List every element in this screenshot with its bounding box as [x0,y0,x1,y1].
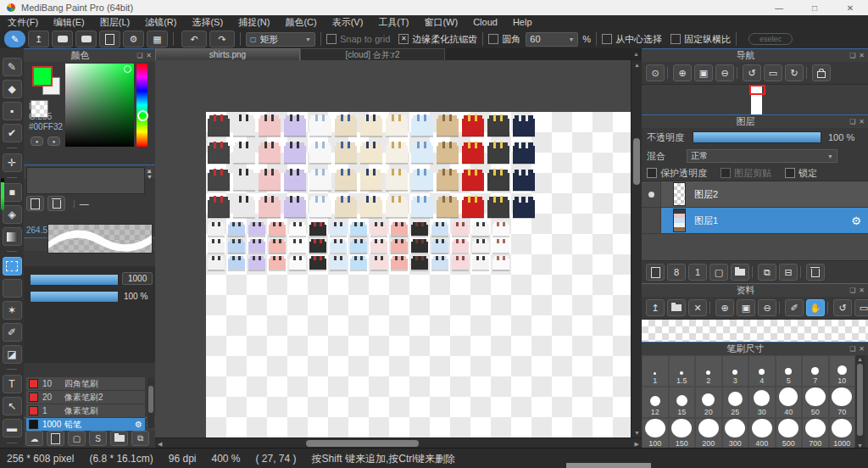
nav-zoom-in-button[interactable]: ⊕ [673,64,692,81]
transparent-color-swatch[interactable] [31,100,48,118]
brush-size-300[interactable]: 300 [722,418,749,449]
brush-list-scrollbar[interactable] [147,377,154,428]
canvas-viewport[interactable] [155,60,632,437]
canvas-grid-button[interactable]: ▦ [147,31,168,47]
brush-size-100[interactable]: 100 [642,418,669,449]
cloud-brush-button[interactable]: ✎ [4,31,25,47]
palette-new-button[interactable] [26,196,44,211]
brush-tool[interactable]: ✎ [3,58,22,76]
eselec-button[interactable]: eselec [748,33,793,45]
brush-size-20[interactable]: 20 [695,387,722,418]
layer-row-图层2[interactable]: 图层2 [642,181,868,208]
gradient-tool[interactable] [3,227,22,246]
round-corner-checkbox[interactable] [488,34,498,44]
hue-bar[interactable] [136,64,147,147]
brush-size-slider[interactable] [30,274,119,286]
scroll-thumb[interactable] [633,138,640,185]
layer-new-1bit-button[interactable]: 1 [688,264,707,281]
brush-item-1[interactable]: 20像素笔刷2 [26,391,145,404]
brush-size-1000[interactable]: 1000 [829,418,856,449]
menu-item-9[interactable]: 窗口(W) [416,15,465,30]
brush-size-2[interactable]: 2 [695,355,722,387]
brush-item-3[interactable]: 1000铅笔⚙ [26,418,145,432]
antialias-checkbox[interactable]: ✕ [398,34,409,44]
color-wheel-toggle[interactable]: ● [31,136,43,146]
move-tool[interactable]: ✛ [3,153,22,172]
brush-size-700[interactable]: 700 [802,418,829,449]
menu-item-11[interactable]: Help [505,15,540,30]
material-zoom-out-button[interactable]: ⊖ [758,299,776,316]
saturation-value-picker[interactable] [65,64,134,147]
brush-size-200[interactable]: 200 [695,418,722,449]
layer-duplicate-button[interactable]: ⧉ [758,264,776,281]
brush-size-150[interactable]: 150 [669,418,696,449]
scroll-up-icon[interactable]: ▲ [857,356,863,362]
nav-rotate-left-button[interactable]: ↺ [743,64,761,81]
brush-size-10[interactable]: 10 [829,355,856,387]
snap-to-grid-checkbox[interactable] [326,34,337,44]
layer-visibility-toggle[interactable] [642,181,661,207]
scroll-down-icon[interactable]: ▼ [634,430,640,436]
brush-size-7[interactable]: 7 [802,355,829,387]
nav-fit-button[interactable]: ▣ [694,64,713,81]
popout-icon[interactable]: ❏ [849,287,855,294]
popout-icon[interactable]: ❏ [136,52,142,59]
select-square-tool[interactable]: ■ [3,183,22,202]
select-pen-tool[interactable]: ✐ [3,323,22,342]
palette-line-swatch[interactable]: — [80,198,89,209]
nav-zoom-out-button[interactable]: ⊖ [715,64,734,81]
material-folder-button[interactable] [667,299,686,316]
scroll-thumb[interactable] [857,364,863,436]
popout-icon[interactable]: ❏ [849,345,855,353]
menu-item-2[interactable]: 图层(L) [92,15,137,30]
maximize-button[interactable]: □ [797,0,832,15]
material-pen-button[interactable]: ✐ [785,299,804,316]
eraser-tool[interactable]: ◆ [3,80,22,98]
brush-size-3[interactable]: 3 [722,355,749,387]
scroll-up-icon[interactable]: ▲ [147,168,153,174]
color-bar-toggle[interactable]: ● [47,136,60,146]
tab-cloud-merge[interactable]: [cloud] 合并:r2 [300,48,445,61]
layer-new-button[interactable] [646,264,665,281]
from-center-checkbox[interactable] [602,34,612,44]
clipping-checkbox[interactable] [721,168,731,178]
scroll-thumb[interactable] [306,440,419,447]
menu-item-1[interactable]: 编辑(E) [46,15,92,30]
layer-folder-button[interactable] [731,264,749,281]
foreground-color-strip[interactable] [1,178,4,210]
brush-item-2[interactable]: 1像素笔刷 [26,404,145,418]
nav-reset-rotation-button[interactable]: ▭ [764,64,782,81]
brush-size-15[interactable]: 15 [669,387,696,418]
menu-item-10[interactable]: Cloud [465,15,505,30]
undo-button[interactable]: ↶ [181,31,207,47]
hue-cursor[interactable] [137,110,148,121]
scroll-down-icon[interactable]: ▼ [147,174,153,180]
minimize-button[interactable]: — [761,0,797,15]
layer-visibility-toggle[interactable] [642,208,661,233]
blend-dropdown[interactable]: 正常 ▼ [687,149,837,163]
tab-scroll-up-icon[interactable]: ▲ [633,51,639,57]
palette-scroll[interactable]: ▲ ▼ [146,168,153,180]
bucket-tool[interactable]: ◈ [3,205,22,224]
nav-rotate-right-button[interactable]: ↻ [785,64,804,81]
material-upload-button[interactable]: ↥ [646,299,665,316]
palette-list[interactable]: ▲ ▼ [26,167,145,194]
layer-row-图层1[interactable]: 图层1⚙ [642,208,868,234]
gear-icon[interactable]: ⚙ [851,214,861,227]
sprite-sheet[interactable] [206,112,547,273]
layer-new-8bit-button[interactable]: 8 [667,264,686,281]
scroll-thumb[interactable] [148,386,153,413]
material-close-button[interactable]: ✕ [688,299,707,316]
material-hand-button[interactable]: ✋ [806,299,825,316]
foreground-color-swatch[interactable] [32,66,53,86]
comment-bubble-button[interactable] [52,31,73,47]
opacity-slider[interactable] [693,131,821,143]
brush-opacity-slider[interactable] [30,291,119,303]
scroll-right-icon[interactable]: ▶ [635,441,639,448]
layer-add-dropdown-button[interactable]: ▢ [709,264,728,281]
brush-size-1[interactable]: 1 [642,355,669,387]
lasso-select-tool[interactable] [3,279,22,298]
brush-size-1.5[interactable]: 1.5 [669,355,696,387]
canvas-vertical-scrollbar[interactable]: ▲ ▼ [631,60,642,437]
brush-script-button[interactable]: S [89,431,107,446]
